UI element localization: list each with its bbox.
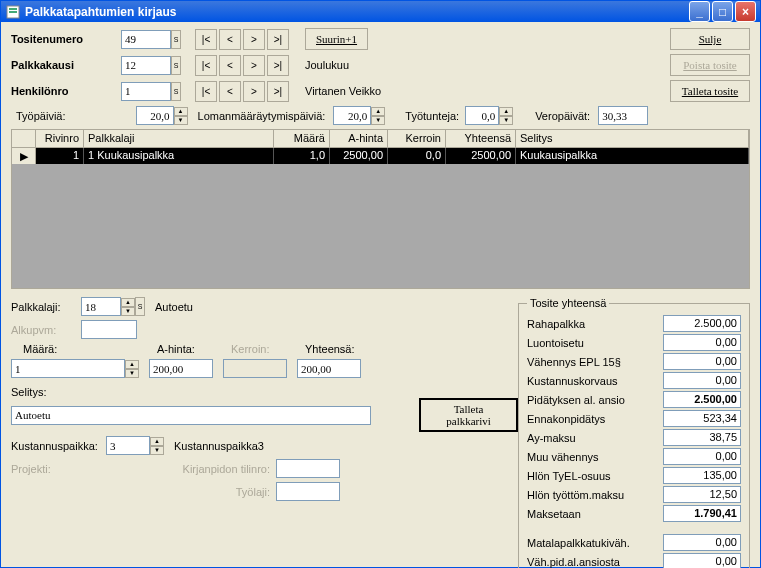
col-coeff[interactable]: Kerroin <box>388 130 446 147</box>
titlebar: Palkkatapahtumien kirjaus _ □ × <box>1 1 760 22</box>
workdays-input[interactable] <box>136 106 174 125</box>
person-prev-button[interactable]: < <box>219 81 241 102</box>
qty-down-button[interactable]: ▼ <box>125 369 139 378</box>
hours-down-button[interactable]: ▼ <box>499 116 513 125</box>
costcenter-label: Kustannuspaikka: <box>11 440 106 452</box>
totals-value: 135,00 <box>663 467 741 484</box>
totals-row: Hlön TyEL-osuus135,00 <box>527 467 741 484</box>
totals-extra-value: 0,00 <box>663 534 741 551</box>
account-input[interactable] <box>276 459 340 478</box>
totals-value: 12,50 <box>663 486 741 503</box>
period-last-button[interactable]: >| <box>267 55 289 76</box>
totals-extra-label: Matalapalkkatukiväh. <box>527 537 630 549</box>
taxdays-input[interactable] <box>598 106 648 125</box>
qty-up-button[interactable]: ▲ <box>125 360 139 369</box>
period-next-button[interactable]: > <box>243 55 265 76</box>
svg-rect-1 <box>9 8 17 10</box>
totals-value: 0,00 <box>663 372 741 389</box>
costcenter-input[interactable] <box>106 436 150 455</box>
col-rowno[interactable]: Rivinro <box>36 130 84 147</box>
holiday-basis-label: Lomanmääräytymispäiviä: <box>198 110 326 122</box>
totals-value: 0,00 <box>663 448 741 465</box>
cell-qty: 1,0 <box>274 148 330 164</box>
costcenter-down-button[interactable]: ▼ <box>150 446 164 455</box>
holiday-down-button[interactable]: ▼ <box>371 116 385 125</box>
voucher-first-button[interactable]: |< <box>195 29 217 50</box>
person-next-button[interactable]: > <box>243 81 265 102</box>
period-first-button[interactable]: |< <box>195 55 217 76</box>
biggest-plus-one-button[interactable]: Suurin+1 <box>305 28 368 50</box>
totals-row: Ay-maksu38,75 <box>527 429 741 446</box>
person-last-button[interactable]: >| <box>267 81 289 102</box>
workdays-down-button[interactable]: ▼ <box>174 116 188 125</box>
close-button[interactable]: × <box>735 1 756 22</box>
col-total[interactable]: Yhteensä <box>446 130 516 147</box>
period-lookup-button[interactable]: S <box>171 56 181 75</box>
workhours-input[interactable] <box>465 106 499 125</box>
unitprice-input[interactable] <box>149 359 213 378</box>
coeff-input <box>223 359 287 378</box>
voucher-lookup-button[interactable]: S <box>171 30 181 49</box>
totals-value: 0,00 <box>663 334 741 351</box>
workdays-up-button[interactable]: ▲ <box>174 107 188 116</box>
totals-extra-label: Väh.pid.al.ansiosta <box>527 556 620 568</box>
delete-voucher-button[interactable]: Poista tosite <box>670 54 750 76</box>
startdate-input[interactable] <box>81 320 137 339</box>
person-lookup-button[interactable]: S <box>171 82 181 101</box>
cell-rowno: 1 <box>36 148 84 164</box>
voucher-input[interactable] <box>121 30 171 49</box>
col-price[interactable]: A-hinta <box>330 130 388 147</box>
salary-rows-grid[interactable]: Rivinro Palkkalaji Määrä A-hinta Kerroin… <box>11 129 750 289</box>
col-qty[interactable]: Määrä <box>274 130 330 147</box>
voucher-last-button[interactable]: >| <box>267 29 289 50</box>
account-label: Kirjanpidon tilinro: <box>160 463 270 475</box>
startdate-label: Alkupvm: <box>11 324 81 336</box>
qty-label: Määrä: <box>23 343 87 355</box>
job-input[interactable] <box>276 482 340 501</box>
close-form-button[interactable]: Sulje <box>670 28 750 50</box>
save-row-button[interactable]: Talleta palkkarivi <box>419 398 518 432</box>
col-desc[interactable]: Selitys <box>516 130 749 147</box>
salarytype-lookup-button[interactable]: S <box>135 297 145 316</box>
totals-label: Ennakonpidätys <box>527 413 605 425</box>
totals-row: Pidätyksen al. ansio2.500,00 <box>527 391 741 408</box>
salarytype-input[interactable] <box>81 297 121 316</box>
costcenter-up-button[interactable]: ▲ <box>150 437 164 446</box>
maximize-button[interactable]: □ <box>712 1 733 22</box>
table-row[interactable]: ▶ 1 1 Kuukausipalkka 1,0 2500,00 0,0 250… <box>12 148 749 164</box>
salarytype-up-button[interactable]: ▲ <box>121 298 135 307</box>
content-area: Tositenumero S |< < > >| Suurin+1 Sulje … <box>1 22 760 568</box>
period-prev-button[interactable]: < <box>219 55 241 76</box>
totals-legend: Tosite yhteensä <box>527 297 609 309</box>
voucher-next-button[interactable]: > <box>243 29 265 50</box>
svg-rect-2 <box>9 11 17 13</box>
person-first-button[interactable]: |< <box>195 81 217 102</box>
minimize-button[interactable]: _ <box>689 1 710 22</box>
period-input[interactable] <box>121 56 171 75</box>
app-window: Palkkatapahtumien kirjaus _ □ × Tositenu… <box>0 0 761 568</box>
hours-up-button[interactable]: ▲ <box>499 107 513 116</box>
person-input[interactable] <box>121 82 171 101</box>
project-label: Projekti: <box>11 463 106 475</box>
holiday-up-button[interactable]: ▲ <box>371 107 385 116</box>
totals-label: Kustannuskorvaus <box>527 375 618 387</box>
cell-desc: Kuukausipalkka <box>516 148 749 164</box>
total-input[interactable] <box>297 359 361 378</box>
col-type[interactable]: Palkkalaji <box>84 130 274 147</box>
total-label: Yhteensä: <box>305 343 355 355</box>
save-voucher-button[interactable]: Talleta tosite <box>670 80 750 102</box>
cell-type: 1 Kuukausipalkka <box>84 148 274 164</box>
workdays-label: Työpäiviä: <box>16 110 66 122</box>
entry-form-panel: Palkkalaji: ▲▼ S Autoetu Alkupvm: Määrä: <box>11 297 518 568</box>
totals-label: Luontoisetu <box>527 337 584 349</box>
totals-label: Rahapalkka <box>527 318 585 330</box>
voucher-prev-button[interactable]: < <box>219 29 241 50</box>
app-icon <box>5 4 21 20</box>
totals-row: Muu vähennys0,00 <box>527 448 741 465</box>
qty-input[interactable] <box>11 359 125 378</box>
salarytype-down-button[interactable]: ▼ <box>121 307 135 316</box>
desc-input[interactable] <box>11 406 371 425</box>
cell-coeff: 0,0 <box>388 148 446 164</box>
holiday-basis-input[interactable] <box>333 106 371 125</box>
totals-extra-row: Matalapalkkatukiväh.0,00 <box>527 534 741 551</box>
